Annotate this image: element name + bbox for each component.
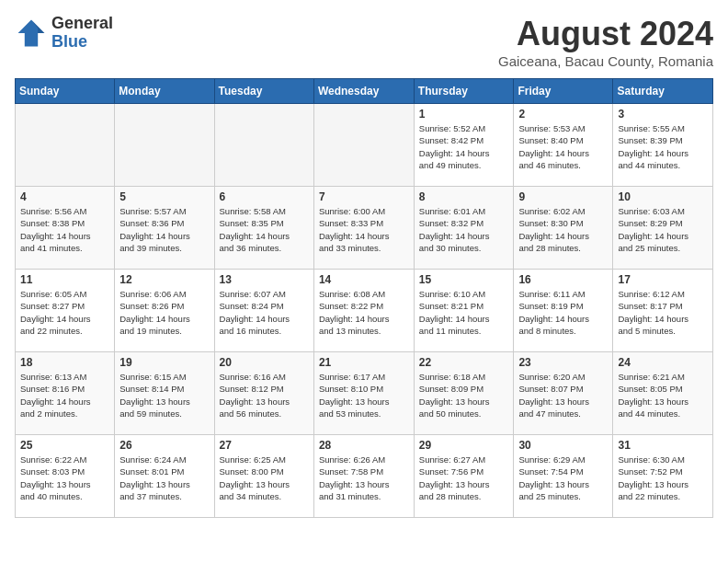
day-content: Sunrise: 5:56 AM Sunset: 8:38 PM Dayligh… [20,205,109,254]
day-content: Sunrise: 6:03 AM Sunset: 8:29 PM Dayligh… [618,205,708,254]
calendar-cell: 19Sunrise: 6:15 AM Sunset: 8:14 PM Dayli… [115,352,214,435]
day-number: 23 [518,356,608,369]
calendar-cell: 11Sunrise: 6:05 AM Sunset: 8:27 PM Dayli… [16,270,115,352]
calendar-cell: 31Sunrise: 6:30 AM Sunset: 7:52 PM Dayli… [613,435,713,518]
day-number: 4 [20,190,109,203]
calendar-cell: 4Sunrise: 5:56 AM Sunset: 8:38 PM Daylig… [16,187,115,270]
day-number: 13 [220,273,309,286]
weekday-header-sunday: Sunday [16,79,115,104]
day-content: Sunrise: 6:21 AM Sunset: 8:05 PM Dayligh… [618,371,708,419]
header: General Blue August 2024 Gaiceana, Bacau… [15,15,713,69]
calendar-week-2: 4Sunrise: 5:56 AM Sunset: 8:38 PM Daylig… [16,187,713,270]
day-content: Sunrise: 6:18 AM Sunset: 8:09 PM Dayligh… [419,371,509,419]
day-number: 17 [618,273,708,286]
calendar-cell: 23Sunrise: 6:20 AM Sunset: 8:07 PM Dayli… [514,352,613,435]
day-number: 28 [319,439,409,452]
day-content: Sunrise: 6:27 AM Sunset: 7:56 PM Dayligh… [419,454,509,502]
day-content: Sunrise: 6:22 AM Sunset: 8:03 PM Dayligh… [20,454,109,502]
day-number: 22 [419,356,509,369]
day-number: 9 [518,190,608,203]
day-content: Sunrise: 6:01 AM Sunset: 8:32 PM Dayligh… [419,205,509,254]
day-number: 8 [419,190,509,203]
calendar-cell: 21Sunrise: 6:17 AM Sunset: 8:10 PM Dayli… [313,352,414,435]
day-content: Sunrise: 6:02 AM Sunset: 8:30 PM Dayligh… [518,205,608,254]
logo-blue-text: Blue [51,33,113,52]
calendar-cell: 8Sunrise: 6:01 AM Sunset: 8:32 PM Daylig… [414,187,514,270]
day-content: Sunrise: 6:29 AM Sunset: 7:54 PM Dayligh… [518,454,608,502]
day-number: 1 [419,108,509,121]
day-number: 10 [618,190,708,203]
location: Gaiceana, Bacau County, Romania [498,53,713,69]
day-content: Sunrise: 6:12 AM Sunset: 8:17 PM Dayligh… [618,288,708,337]
day-content: Sunrise: 5:53 AM Sunset: 8:40 PM Dayligh… [518,122,608,171]
day-number: 2 [518,108,608,121]
day-content: Sunrise: 6:30 AM Sunset: 7:52 PM Dayligh… [618,454,708,502]
day-number: 7 [319,190,409,203]
calendar-cell [16,104,115,187]
day-content: Sunrise: 6:07 AM Sunset: 8:24 PM Dayligh… [220,288,309,337]
calendar-cell: 6Sunrise: 5:58 AM Sunset: 8:35 PM Daylig… [214,187,313,270]
calendar-cell: 17Sunrise: 6:12 AM Sunset: 8:17 PM Dayli… [613,270,713,352]
weekday-header-wednesday: Wednesday [313,79,414,104]
month-year: August 2024 [498,15,713,53]
weekday-header-tuesday: Tuesday [214,79,313,104]
calendar-cell: 20Sunrise: 6:16 AM Sunset: 8:12 PM Dayli… [214,352,313,435]
day-content: Sunrise: 6:26 AM Sunset: 7:58 PM Dayligh… [319,454,409,502]
day-content: Sunrise: 6:15 AM Sunset: 8:14 PM Dayligh… [119,371,209,419]
day-content: Sunrise: 5:57 AM Sunset: 8:36 PM Dayligh… [119,205,209,254]
calendar-cell: 7Sunrise: 6:00 AM Sunset: 8:33 PM Daylig… [313,187,414,270]
weekday-header-thursday: Thursday [414,79,514,104]
calendar-cell: 14Sunrise: 6:08 AM Sunset: 8:22 PM Dayli… [313,270,414,352]
day-number: 5 [119,190,209,203]
day-number: 12 [119,273,209,286]
calendar-cell: 2Sunrise: 5:53 AM Sunset: 8:40 PM Daylig… [514,104,613,187]
calendar-cell: 5Sunrise: 5:57 AM Sunset: 8:36 PM Daylig… [115,187,214,270]
calendar-cell: 10Sunrise: 6:03 AM Sunset: 8:29 PM Dayli… [613,187,713,270]
calendar-cell: 28Sunrise: 6:26 AM Sunset: 7:58 PM Dayli… [313,435,414,518]
calendar-cell: 18Sunrise: 6:13 AM Sunset: 8:16 PM Dayli… [16,352,115,435]
day-content: Sunrise: 6:13 AM Sunset: 8:16 PM Dayligh… [20,371,109,419]
calendar-cell: 24Sunrise: 6:21 AM Sunset: 8:05 PM Dayli… [613,352,713,435]
weekday-header-row: SundayMondayTuesdayWednesdayThursdayFrid… [16,79,713,104]
day-number: 31 [618,439,708,452]
calendar-cell: 29Sunrise: 6:27 AM Sunset: 7:56 PM Dayli… [414,435,514,518]
calendar-cell: 3Sunrise: 5:55 AM Sunset: 8:39 PM Daylig… [613,104,713,187]
day-number: 3 [618,108,708,121]
weekday-header-monday: Monday [115,79,214,104]
day-number: 27 [220,439,309,452]
day-number: 16 [518,273,608,286]
day-content: Sunrise: 6:05 AM Sunset: 8:27 PM Dayligh… [20,288,109,337]
day-content: Sunrise: 6:11 AM Sunset: 8:19 PM Dayligh… [518,288,608,337]
logo-general-text: General [51,15,113,33]
calendar-week-4: 18Sunrise: 6:13 AM Sunset: 8:16 PM Dayli… [16,352,713,435]
weekday-header-saturday: Saturday [613,79,713,104]
logo: General Blue [15,15,113,52]
weekday-header-friday: Friday [514,79,613,104]
day-number: 18 [20,356,109,369]
calendar-week-1: 1Sunrise: 5:52 AM Sunset: 8:42 PM Daylig… [16,104,713,187]
day-number: 24 [618,356,708,369]
day-number: 21 [319,356,409,369]
day-content: Sunrise: 6:25 AM Sunset: 8:00 PM Dayligh… [220,454,309,502]
calendar-cell: 25Sunrise: 6:22 AM Sunset: 8:03 PM Dayli… [16,435,115,518]
calendar-cell: 12Sunrise: 6:06 AM Sunset: 8:26 PM Dayli… [115,270,214,352]
day-number: 25 [20,439,109,452]
day-content: Sunrise: 6:16 AM Sunset: 8:12 PM Dayligh… [220,371,309,419]
calendar-cell: 16Sunrise: 6:11 AM Sunset: 8:19 PM Dayli… [514,270,613,352]
day-number: 29 [419,439,509,452]
title-area: August 2024 Gaiceana, Bacau County, Roma… [498,15,713,69]
calendar-cell: 15Sunrise: 6:10 AM Sunset: 8:21 PM Dayli… [414,270,514,352]
calendar-week-5: 25Sunrise: 6:22 AM Sunset: 8:03 PM Dayli… [16,435,713,518]
logo-text: General Blue [51,15,113,52]
day-number: 30 [518,439,608,452]
day-content: Sunrise: 5:52 AM Sunset: 8:42 PM Dayligh… [419,122,509,171]
calendar-cell: 26Sunrise: 6:24 AM Sunset: 8:01 PM Dayli… [115,435,214,518]
calendar-cell: 22Sunrise: 6:18 AM Sunset: 8:09 PM Dayli… [414,352,514,435]
day-content: Sunrise: 6:06 AM Sunset: 8:26 PM Dayligh… [119,288,209,337]
day-content: Sunrise: 6:24 AM Sunset: 8:01 PM Dayligh… [119,454,209,502]
calendar-cell: 1Sunrise: 5:52 AM Sunset: 8:42 PM Daylig… [414,104,514,187]
day-content: Sunrise: 5:58 AM Sunset: 8:35 PM Dayligh… [220,205,309,254]
calendar-cell: 13Sunrise: 6:07 AM Sunset: 8:24 PM Dayli… [214,270,313,352]
day-number: 15 [419,273,509,286]
calendar-cell: 30Sunrise: 6:29 AM Sunset: 7:54 PM Dayli… [514,435,613,518]
